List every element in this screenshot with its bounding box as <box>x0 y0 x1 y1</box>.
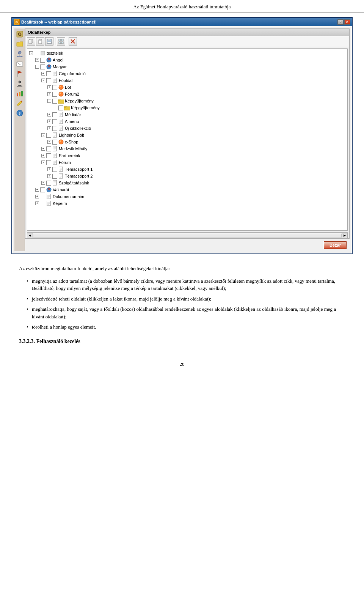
tree-checkbox[interactable] <box>46 181 51 186</box>
tree-checkbox[interactable] <box>46 78 51 83</box>
tree-node-label: Képgyűjtemény <box>71 105 100 110</box>
sidebar-settings-icon[interactable] <box>16 30 24 38</box>
tree-expander[interactable]: + <box>34 200 40 206</box>
h-scroll-track[interactable] <box>33 234 342 238</box>
toolbar-paste-btn[interactable] <box>36 37 44 46</box>
tree-checkbox[interactable] <box>46 153 51 158</box>
dialog-bottom: Bezár <box>25 239 350 251</box>
toolbar-grid-btn[interactable] <box>57 37 65 46</box>
tree-row[interactable]: - Fórum <box>28 159 347 166</box>
toolbar-copy-btn[interactable] <box>27 37 35 46</box>
sidebar-flag-icon[interactable] <box>16 69 24 78</box>
tree-checkbox[interactable] <box>52 174 57 179</box>
tree-row[interactable]: + Fórum2 <box>28 91 347 98</box>
header-title: Az Egálnet Honlapvarázsló használati útm… <box>133 4 231 9</box>
globe-icon <box>46 187 52 193</box>
tree-expander[interactable]: + <box>46 173 52 179</box>
toolbar-save-btn[interactable] <box>45 37 53 46</box>
bullet-list: megnyitja az adott tartalmat (a dobozban… <box>27 277 345 331</box>
bezar-button[interactable]: Bezár <box>324 241 347 249</box>
tree-expander[interactable]: + <box>46 91 52 97</box>
tree-expander[interactable]: + <box>34 194 40 200</box>
tree-checkbox[interactable] <box>52 99 57 104</box>
tree-container[interactable]: - tesztelek+ Angol- Magyar+ Céginformáci… <box>27 49 348 231</box>
tree-checkbox[interactable] <box>52 92 57 97</box>
tree-checkbox[interactable] <box>46 71 51 76</box>
h-scroll-left-btn[interactable]: ◀ <box>27 233 33 238</box>
tree-expander[interactable]: + <box>34 57 40 63</box>
tree-checkbox[interactable] <box>46 133 51 138</box>
tree-row[interactable]: + Témacsoport 2 <box>28 173 347 179</box>
tree-row[interactable]: + Almenü <box>28 118 347 125</box>
tree-expander[interactable]: + <box>46 125 52 131</box>
tree-row[interactable]: + Medzsik Mihály <box>28 145 347 152</box>
tree-row[interactable]: + Dokumentumaim <box>28 193 347 200</box>
h-scrollbar[interactable]: ◀ ▶ <box>27 232 348 238</box>
tree-row[interactable]: Képgyűjtemény <box>28 104 347 111</box>
tree-checkbox[interactable] <box>52 126 57 131</box>
tree-expander[interactable]: - <box>34 64 40 70</box>
tree-row[interactable]: + Vakbarát <box>28 186 347 193</box>
tree-row[interactable]: + e-Shop <box>28 139 347 145</box>
tree-row[interactable]: + Céginformáció <box>28 70 347 77</box>
svg-text:⚙: ⚙ <box>16 21 18 24</box>
tree-expander[interactable]: + <box>46 112 52 118</box>
close-button[interactable]: ✕ <box>344 19 350 25</box>
tree-expander[interactable]: + <box>46 84 52 90</box>
tree-row[interactable]: - Képgyűjtemény <box>28 98 347 104</box>
tree-checkbox[interactable] <box>52 119 57 124</box>
tree-row[interactable]: + Témacsoport 1 <box>28 166 347 173</box>
tree-expander[interactable]: - <box>28 50 34 56</box>
dialog-title-text: Beállítások -- weblap párbeszédpanel! <box>21 20 97 24</box>
tree-checkbox[interactable] <box>52 167 57 172</box>
tree-row[interactable]: + Bót <box>28 84 347 91</box>
bullet-item-0: megnyitja az adott tartalmat (a dobozban… <box>27 277 345 292</box>
tree-checkbox[interactable] <box>46 160 51 165</box>
sidebar-user-icon[interactable] <box>16 50 24 58</box>
tree-row[interactable]: - Magyar <box>28 63 347 70</box>
tree-row[interactable]: + Partnereink <box>28 152 347 159</box>
tree-expander[interactable]: + <box>40 146 46 152</box>
tree-expander[interactable]: + <box>46 166 52 172</box>
tree-expander[interactable]: - <box>40 77 46 83</box>
sidebar-mail-icon[interactable] <box>16 60 24 68</box>
tree-node-label: Fórum2 <box>65 92 79 96</box>
bullet-item-2: meghatározhatja, hogy saját, vagy a főol… <box>27 305 345 320</box>
tree-expander[interactable]: + <box>46 118 52 124</box>
help-button[interactable]: ? <box>337 19 344 25</box>
tree-row[interactable]: + Új cikkollekció <box>28 125 347 132</box>
tree-expander[interactable]: + <box>46 139 52 145</box>
tree-row[interactable]: + Szolgáltatásaink <box>28 179 347 186</box>
sidebar-help-icon[interactable]: ? <box>16 109 24 117</box>
tree-checkbox[interactable] <box>40 187 45 192</box>
tree-row[interactable]: - Lightning Bolt <box>28 132 347 139</box>
tree-node-label: Magyar <box>53 65 67 69</box>
tree-expander[interactable]: - <box>40 132 46 138</box>
tree-expander[interactable]: + <box>34 187 40 193</box>
tree-row[interactable]: + Angol <box>28 57 347 63</box>
toolbar-delete-btn[interactable] <box>69 37 77 46</box>
sidebar-pencil-icon[interactable] <box>16 99 24 107</box>
tree-checkbox[interactable] <box>52 112 57 117</box>
main-content: Az eszköztáron megtalálható funkció, ame… <box>0 260 364 354</box>
tree-checkbox[interactable] <box>52 140 57 145</box>
tree-checkbox[interactable] <box>40 58 45 63</box>
tree-checkbox[interactable] <box>52 85 57 90</box>
tree-checkbox[interactable] <box>40 65 45 69</box>
tree-checkbox[interactable] <box>58 105 63 110</box>
tree-row[interactable]: - Főoldal <box>28 77 347 84</box>
sidebar-chart-icon[interactable] <box>16 89 24 98</box>
tree-row[interactable]: - tesztelek <box>28 50 347 57</box>
sidebar-folder-icon[interactable] <box>16 40 24 48</box>
tree-expander[interactable]: + <box>40 180 46 186</box>
tree-row[interactable]: + Képeim <box>28 200 347 207</box>
tree-row[interactable]: + Médiatár <box>28 111 347 118</box>
tree-expander[interactable]: - <box>40 159 46 165</box>
tree-expander[interactable]: + <box>40 71 46 77</box>
svg-rect-15 <box>29 40 32 44</box>
tree-expander[interactable]: + <box>40 153 46 159</box>
sidebar-person2-icon[interactable] <box>16 79 24 88</box>
tree-checkbox[interactable] <box>46 146 51 151</box>
h-scroll-right-btn[interactable]: ▶ <box>342 233 348 238</box>
tree-expander[interactable]: - <box>46 98 52 104</box>
